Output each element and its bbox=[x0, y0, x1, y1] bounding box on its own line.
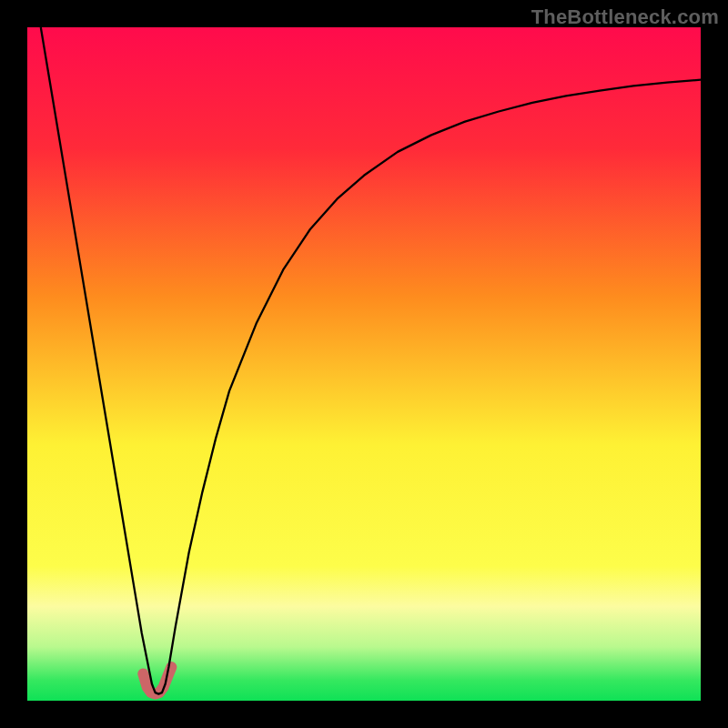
plot-background bbox=[27, 27, 701, 701]
watermark-text: TheBottleneck.com bbox=[531, 5, 719, 29]
chart-frame: TheBottleneck.com bbox=[0, 0, 728, 728]
bottleneck-chart bbox=[27, 27, 701, 701]
